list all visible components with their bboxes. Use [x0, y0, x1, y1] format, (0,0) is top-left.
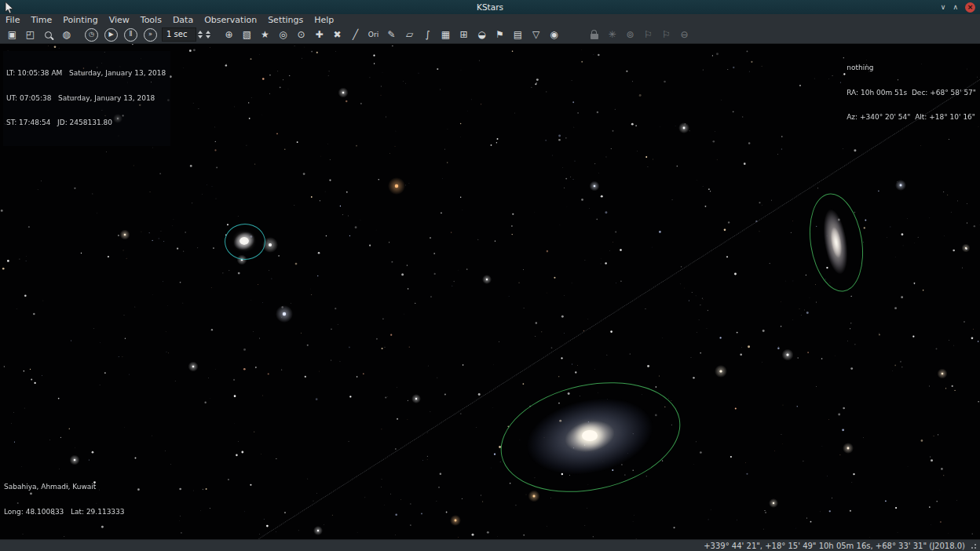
location-overlay: Sabahiya, Ahmadi, Kuwait Long: 48.100833… — [4, 466, 125, 532]
satellites-toggle-icon[interactable]: ✖ — [328, 26, 346, 43]
flags-toggle-icon[interactable]: ⚑ — [491, 26, 509, 43]
constellation-art-toggle-icon[interactable]: ✎ — [382, 26, 400, 43]
pause-icon[interactable]: Ⅱ — [124, 28, 137, 42]
toolbar: ▣ ◰ ◍ ◷ ▶ Ⅱ » 1 sec ⊕ ▧ ★ ◎ ⊙ ✚ ✖ ╱ Ori … — [0, 26, 980, 44]
location-coords-label: Long: 48.100833 Lat: 29.113333 — [4, 508, 125, 516]
sidereal-time-label: ST: 17:48:54 JD: 2458131.80 — [6, 119, 166, 127]
pointer-info-overlay: nothing RA: 10h 00m 51s Dec: +68° 58' 57… — [847, 47, 976, 138]
play-icon[interactable]: ▶ — [104, 28, 118, 42]
find-object-icon[interactable] — [39, 26, 57, 43]
step-up-icon[interactable] — [198, 31, 203, 34]
pointer-object-label: nothing — [847, 64, 976, 72]
unit-down-icon[interactable] — [206, 35, 210, 38]
step-down-icon[interactable] — [198, 35, 203, 38]
close-button[interactable]: × — [965, 2, 975, 13]
geography-icon[interactable]: ◍ — [57, 26, 75, 43]
menu-observation[interactable]: Observation — [199, 14, 262, 26]
zoom-select-icon[interactable]: ◰ — [21, 26, 39, 43]
menu-data[interactable]: Data — [167, 14, 199, 26]
titlebar[interactable]: KStars ∨ ∧ × — [0, 0, 980, 14]
menu-pointing[interactable]: Pointing — [57, 14, 103, 26]
advance-step-icon[interactable]: » — [144, 28, 157, 42]
menu-tools[interactable]: Tools — [135, 14, 167, 26]
telescope-target-icon[interactable]: ⊚ — [621, 26, 639, 43]
supernovae-toggle-icon[interactable]: ✚ — [310, 26, 328, 43]
constellation-names-toggle-icon[interactable]: Ori — [364, 26, 382, 43]
resize-grip[interactable] — [970, 542, 977, 549]
timestep-spinbox[interactable]: 1 sec — [162, 27, 212, 42]
remove-trail-icon[interactable]: ⊖ — [675, 26, 693, 43]
zoom-fit-icon[interactable]: ▣ — [3, 26, 21, 43]
observation-list-icon[interactable]: ▤ — [509, 26, 527, 43]
equatorial-grid-toggle-icon[interactable]: ▦ — [437, 26, 455, 43]
whats-interesting-icon[interactable]: ◉ — [545, 26, 563, 43]
location-name-label: Sabahiya, Ahmadi, Kuwait — [4, 483, 125, 491]
sky-map[interactable]: LT: 10:05:38 AM Saturday, January 13, 20… — [0, 44, 980, 539]
menu-help[interactable]: Help — [309, 14, 339, 26]
constellation-boundaries-toggle-icon[interactable]: ▱ — [400, 26, 419, 43]
focus-object-icon[interactable]: ⊕ — [220, 26, 238, 43]
timestep-value[interactable]: 1 sec — [162, 27, 196, 42]
sky-image-icon[interactable]: ▧ — [238, 26, 256, 43]
milky-way-toggle-icon[interactable]: ∫ — [419, 26, 437, 43]
window-title: KStars — [0, 0, 980, 14]
deep-sky-toggle-icon[interactable]: ◎ — [274, 26, 292, 43]
pointer-radec-label: RA: 10h 00m 51s Dec: +68° 58' 57" — [847, 89, 976, 97]
solar-system-toggle-icon[interactable]: ⊙ — [292, 26, 310, 43]
horizontal-grid-toggle-icon[interactable]: ⊞ — [455, 26, 473, 43]
local-time-label: LT: 10:05:38 AM Saturday, January 13, 20… — [6, 69, 166, 78]
statusbar: +339° 44' 21", +18° 15' 49" 10h 05m 16s,… — [0, 539, 980, 551]
magnifier-icon — [45, 31, 52, 38]
minimize-button[interactable]: ∨ — [941, 0, 946, 14]
flag-a-icon[interactable]: ⚐ — [639, 26, 657, 43]
menu-settings[interactable]: Settings — [262, 14, 309, 26]
menu-file[interactable]: File — [0, 14, 25, 26]
menu-time[interactable]: Time — [25, 14, 57, 26]
set-time-icon[interactable]: ◷ — [85, 28, 98, 42]
lock-icon — [591, 34, 598, 39]
indi-control-icon[interactable]: ✳ — [603, 26, 621, 43]
menubar: File Time Pointing View Tools Data Obser… — [0, 14, 980, 26]
pointer-azalt-label: Az: +340° 20' 54" Alt: +18° 10' 16" — [847, 113, 976, 122]
stars-toggle-icon[interactable]: ★ — [256, 26, 274, 43]
fov-symbol-icon[interactable]: ▽ — [527, 26, 545, 43]
maximize-button[interactable]: ∧ — [953, 0, 958, 14]
unit-up-icon[interactable] — [206, 31, 210, 34]
time-info-overlay: LT: 10:05:38 AM Saturday, January 13, 20… — [3, 51, 170, 146]
timestep-value-stepper[interactable] — [196, 31, 204, 38]
horizon-toggle-icon[interactable]: ◒ — [473, 26, 491, 43]
constellation-lines-toggle-icon[interactable]: ╱ — [346, 26, 364, 43]
universal-time-label: UT: 07:05:38 Saturday, January 13, 2018 — [6, 94, 166, 103]
flag-b-icon[interactable]: ⚐ — [657, 26, 675, 43]
mouse-cursor-icon — [5, 2, 14, 14]
menu-view[interactable]: View — [104, 14, 135, 26]
lock-position-icon[interactable] — [585, 26, 603, 43]
timestep-unit-stepper[interactable] — [204, 31, 212, 38]
galaxy-marker-selected[interactable] — [225, 224, 265, 260]
window-controls: ∨ ∧ × — [941, 0, 975, 14]
statusbar-coordinates: +339° 44' 21", +18° 15' 49" 10h 05m 16s,… — [704, 542, 965, 550]
